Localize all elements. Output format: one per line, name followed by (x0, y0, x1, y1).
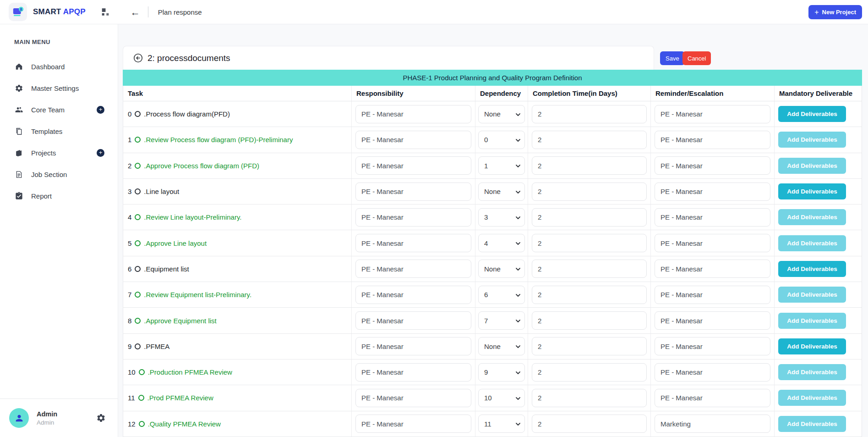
sidebar-item-label: Projects (31, 149, 56, 157)
responsibility-input[interactable] (355, 131, 471, 149)
responsibility-input[interactable] (355, 105, 471, 123)
add-deliverables-button[interactable]: Add Deliverables (778, 416, 846, 432)
completion-time-input[interactable] (532, 234, 647, 252)
task-radio[interactable] (135, 318, 141, 324)
task-radio[interactable] (135, 292, 141, 298)
responsibility-input[interactable] (355, 311, 471, 330)
add-plus-icon[interactable]: + (97, 149, 104, 157)
dependency-select[interactable]: 3 (479, 209, 524, 226)
reminder-input[interactable] (655, 183, 770, 201)
add-deliverables-button[interactable]: Add Deliverables (778, 235, 846, 251)
add-deliverables-button[interactable]: Add Deliverables (778, 261, 846, 277)
task-radio[interactable] (135, 137, 141, 143)
responsibility-cell (352, 411, 475, 437)
dependency-select[interactable]: None (479, 183, 524, 200)
sidebar-item-templates[interactable]: Templates (0, 121, 118, 142)
task-name: .Production PFMEA Review (148, 368, 232, 376)
completion-time-input[interactable] (532, 389, 647, 407)
task-radio[interactable] (135, 188, 141, 194)
add-deliverables-button[interactable]: Add Deliverables (778, 364, 846, 380)
task-radio[interactable] (135, 343, 141, 349)
sidebar-item-projects[interactable]: Projects+ (0, 142, 118, 164)
reminder-input[interactable] (655, 363, 770, 382)
add-deliverables-button[interactable]: Add Deliverables (778, 287, 846, 303)
dependency-select[interactable]: 0 (479, 131, 524, 149)
reminder-input[interactable] (655, 260, 770, 278)
responsibility-input[interactable] (355, 260, 471, 278)
dependency-select[interactable]: None (479, 260, 524, 277)
reminder-input[interactable] (655, 105, 770, 123)
dependency-select[interactable]: 7 (479, 312, 524, 329)
completion-time-input[interactable] (532, 337, 647, 355)
back-circle-icon[interactable] (133, 53, 143, 63)
reminder-input[interactable] (655, 131, 770, 149)
completion-time-input[interactable] (532, 260, 647, 278)
add-plus-icon[interactable]: + (97, 106, 104, 114)
dependency-select[interactable]: 10 (479, 389, 524, 407)
completion-time-input[interactable] (532, 131, 647, 149)
task-radio[interactable] (138, 395, 144, 401)
add-deliverables-button[interactable]: Add Deliverables (778, 209, 846, 225)
responsibility-input[interactable] (355, 156, 471, 175)
dependency-select-wrap: 6 (478, 286, 525, 304)
reminder-input[interactable] (655, 337, 770, 355)
completion-time-input[interactable] (532, 208, 647, 227)
cancel-button[interactable]: Cancel (682, 51, 711, 65)
responsibility-input[interactable] (355, 208, 471, 227)
responsibility-input[interactable] (355, 183, 471, 201)
reminder-input[interactable] (655, 389, 770, 407)
apps-grid-icon[interactable] (100, 7, 110, 17)
task-radio[interactable] (135, 163, 141, 169)
reminder-input[interactable] (655, 286, 770, 304)
completion-time-input[interactable] (532, 286, 647, 304)
add-deliverables-button[interactable]: Add Deliverables (778, 390, 846, 406)
save-button[interactable]: Save (660, 51, 685, 65)
task-radio[interactable] (135, 266, 141, 272)
user-settings-gear-icon[interactable] (96, 413, 106, 425)
task-index: 4 (128, 213, 131, 221)
completion-time-input[interactable] (532, 415, 647, 433)
sidebar-item-master-settings[interactable]: Master Settings (0, 77, 118, 99)
dependency-select[interactable]: None (479, 337, 524, 355)
dependency-select[interactable]: 1 (479, 157, 524, 174)
sidebar-item-dashboard[interactable]: Dashboard (0, 56, 118, 77)
sidebar-item-core-team[interactable]: Core Team+ (0, 99, 118, 121)
add-deliverables-button[interactable]: Add Deliverables (778, 313, 846, 329)
reminder-input[interactable] (655, 208, 770, 227)
reminder-input[interactable] (655, 234, 770, 252)
completion-time-input[interactable] (532, 156, 647, 175)
add-deliverables-button[interactable]: Add Deliverables (778, 338, 846, 354)
responsibility-input[interactable] (355, 337, 471, 355)
reminder-input[interactable] (655, 311, 770, 330)
responsibility-input[interactable] (355, 415, 471, 433)
back-arrow-icon[interactable]: ← (131, 7, 140, 17)
completion-time-input[interactable] (532, 183, 647, 201)
task-radio[interactable] (139, 421, 145, 427)
add-deliverables-button[interactable]: Add Deliverables (778, 158, 846, 174)
completion-time-input[interactable] (532, 363, 647, 382)
responsibility-input[interactable] (355, 286, 471, 304)
responsibility-input[interactable] (355, 234, 471, 252)
sidebar-item-report[interactable]: Report (0, 185, 118, 207)
dependency-select[interactable]: 4 (479, 234, 524, 252)
reminder-input[interactable] (655, 415, 770, 433)
new-project-button[interactable]: + New Project (808, 5, 862, 19)
completion-time-input[interactable] (532, 105, 647, 123)
task-radio[interactable] (135, 240, 141, 246)
task-radio[interactable] (135, 111, 141, 117)
task-radio[interactable] (135, 214, 141, 220)
add-deliverables-button[interactable]: Add Deliverables (778, 183, 846, 199)
completion-time-input[interactable] (532, 311, 647, 330)
dependency-select[interactable]: 11 (479, 415, 524, 432)
task-radio[interactable] (139, 369, 145, 375)
responsibility-input[interactable] (355, 389, 471, 407)
dependency-select[interactable]: 9 (479, 364, 524, 381)
add-deliverables-button[interactable]: Add Deliverables (778, 132, 846, 148)
reminder-input[interactable] (655, 156, 770, 175)
dependency-select[interactable]: 6 (479, 286, 524, 304)
dependency-select[interactable]: None (479, 105, 524, 123)
sidebar-item-job-section[interactable]: Job Section (0, 164, 118, 185)
plan-title-card: 2: processdocuments (123, 46, 654, 70)
add-deliverables-button[interactable]: Add Deliverables (778, 106, 846, 122)
responsibility-input[interactable] (355, 363, 471, 382)
